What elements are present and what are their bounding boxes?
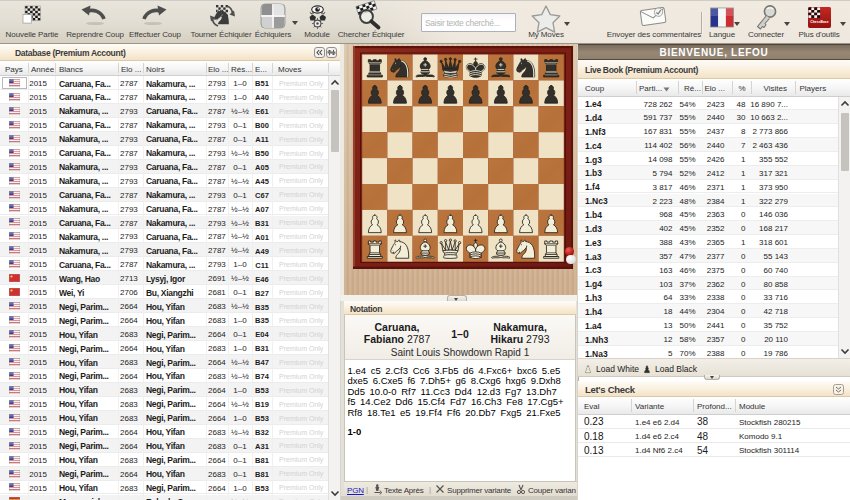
svg-text:ChessBase: ChessBase: [810, 20, 828, 24]
